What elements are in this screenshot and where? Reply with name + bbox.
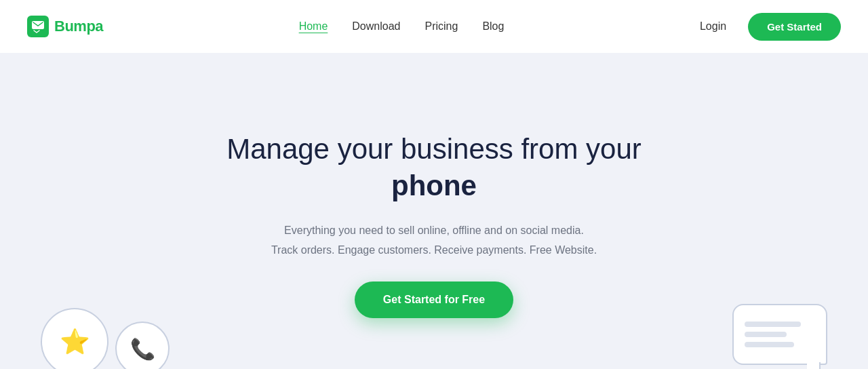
- navbar: Bumpa Home Download Pricing Blog Login G…: [0, 0, 868, 53]
- hero-title-line1: Manage your business from your: [226, 133, 642, 165]
- phone-circle-icon: 📞: [115, 322, 170, 369]
- star-circle-icon: ⭐: [41, 308, 108, 369]
- hero-subtitle-line1: Everything you need to sell online, offl…: [284, 225, 584, 236]
- hero-title: Manage your business from your phone: [226, 131, 642, 205]
- logo-text: Bumpa: [54, 18, 103, 35]
- chat-bubble-icon: [732, 304, 827, 365]
- nav-right: Login Get Started: [700, 13, 841, 41]
- chat-tail: [807, 362, 821, 369]
- get-started-button[interactable]: Get Started: [748, 13, 841, 41]
- hero-title-line2: phone: [391, 170, 477, 201]
- bumpa-logo-icon: [27, 16, 49, 37]
- nav-link-blog[interactable]: Blog: [482, 20, 504, 33]
- hero-section: Manage your business from your phone Eve…: [0, 53, 868, 369]
- hero-subtitle-line2: Track orders. Engage customers. Receive …: [271, 244, 597, 256]
- hero-subtitle: Everything you need to sell online, offl…: [271, 221, 597, 260]
- nav-link-pricing[interactable]: Pricing: [425, 20, 458, 33]
- logo[interactable]: Bumpa: [27, 16, 103, 37]
- login-link[interactable]: Login: [700, 20, 726, 33]
- right-icon-group: [732, 304, 827, 369]
- nav-links: Home Download Pricing Blog: [299, 20, 505, 33]
- nav-link-download[interactable]: Download: [352, 20, 400, 33]
- left-icon-group: ⭐ 📞: [41, 308, 170, 369]
- cta-button[interactable]: Get Started for Free: [355, 281, 513, 318]
- nav-link-home[interactable]: Home: [299, 20, 328, 33]
